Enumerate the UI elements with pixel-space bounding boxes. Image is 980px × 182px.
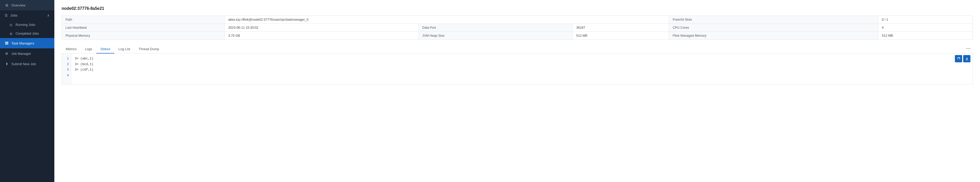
svg-point-2 [8,42,8,43]
play-circle-icon: ⊙ [9,23,13,27]
sidebar: ⊞ Overview ☰ Jobs ∧ ⊙ Running Jobs ⊘ Com… [0,0,54,182]
sidebar-label-running-jobs: Running Jobs [16,23,35,27]
table-row: Physical Memory 3.70 GB JVM Heap Size 51… [62,32,973,40]
sidebar-label-task-managers: Task Managers [11,41,34,45]
heartbeat-value: 2023-06-11 15:30:02 [224,24,418,32]
physical-memory-value: 3.70 GB [224,32,418,40]
sidebar-item-job-manager[interactable]: ⚙ Job Manager [0,48,54,59]
table-row: Last Heartbeat 2023-06-11 15:30:02 Data … [62,24,973,32]
refresh-button[interactable] [955,55,962,62]
tab-thread-dump[interactable]: Thread Dump [134,45,163,54]
line-number: 2 [64,62,69,68]
sidebar-label-completed-jobs: Completed Jobs [16,32,39,35]
line-number: 1 [64,56,69,62]
sidebar-label-job-manager: Job Manager [11,52,31,55]
list-icon: ☰ [5,13,8,17]
tab-metrics[interactable]: Metrics [62,45,81,54]
code-line [75,73,969,79]
path-value: akka.tcp://flink@node02:37776/user/rpc/t… [224,16,669,24]
flink-memory-value: 512 MB [878,32,972,40]
download-button[interactable] [963,55,970,62]
sidebar-label-overview: Overview [11,3,25,7]
sidebar-item-running-jobs[interactable]: ⊙ Running Jobs [5,21,54,29]
code-line: 3> (cdf,1) [75,67,969,73]
check-circle-icon: ⊘ [9,32,13,36]
sidebar-label-jobs: Jobs [10,13,18,17]
stdout-area: 1 2 3 4 3> (abc,1) 3> (bcd,1) 3> (cdf,1) [62,54,973,84]
physical-memory-label: Physical Memory [62,32,224,40]
sidebar-item-task-managers[interactable]: Task Managers [0,38,54,48]
tab-logs[interactable]: Logs [81,45,96,54]
free-slots-label: Free/All Slots [669,16,878,24]
svg-rect-4 [966,60,968,60]
minimize-button[interactable]: — [966,46,970,51]
tabs-bar: Metrics Logs Stdout Log List Thread Dump [62,45,973,54]
sidebar-sub-jobs: ⊙ Running Jobs ⊘ Completed Jobs [0,21,54,38]
main-content: node02:37776-8a5e21 Path akka.tcp://flin… [54,0,980,182]
sidebar-item-completed-jobs[interactable]: ⊘ Completed Jobs [5,29,54,38]
stdout-actions [955,55,970,62]
code-line: 3> (abc,1) [75,56,969,62]
upload-icon: ⬆ [5,62,9,66]
chevron-up-icon: ∧ [47,13,50,17]
heartbeat-label: Last Heartbeat [62,24,224,32]
info-table: Path akka.tcp://flink@node02:37776/user/… [62,16,973,40]
free-slots-value: 0 / 1 [878,16,972,24]
cpu-cores-value: 4 [878,24,972,32]
flink-memory-label: Flink Managed Memory [669,32,878,40]
page-title: node02:37776-8a5e21 [62,6,973,11]
data-port-value: 36187 [573,24,669,32]
stdout-code: 3> (abc,1) 3> (bcd,1) 3> (cdf,1) [71,54,972,84]
data-port-label: Data Port [418,24,573,32]
sidebar-item-submit-new-job[interactable]: ⬆ Submit New Job [0,59,54,69]
sidebar-label-submit-new-job: Submit New Job [11,62,36,66]
line-number: 4 [64,73,69,79]
jvm-heap-value: 512 MB [573,32,669,40]
table-row: Path akka.tcp://flink@node02:37776/user/… [62,16,973,24]
sidebar-item-overview[interactable]: ⊞ Overview [0,0,54,10]
path-label: Path [62,16,224,24]
tab-log-list[interactable]: Log List [115,45,135,54]
grid-icon: ⊞ [5,3,9,7]
settings-icon: ⚙ [5,51,9,55]
sidebar-item-jobs[interactable]: ☰ Jobs ∧ [0,10,54,21]
line-numbers: 1 2 3 4 [62,54,71,84]
tab-stdout[interactable]: Stdout [96,45,115,54]
line-number: 3 [64,67,69,73]
jvm-heap-label: JVM Heap Size [418,32,573,40]
code-line: 3> (bcd,1) [75,62,969,68]
server-icon [5,41,9,45]
svg-point-3 [8,44,8,44]
cpu-cores-label: CPU Cores [669,24,878,32]
